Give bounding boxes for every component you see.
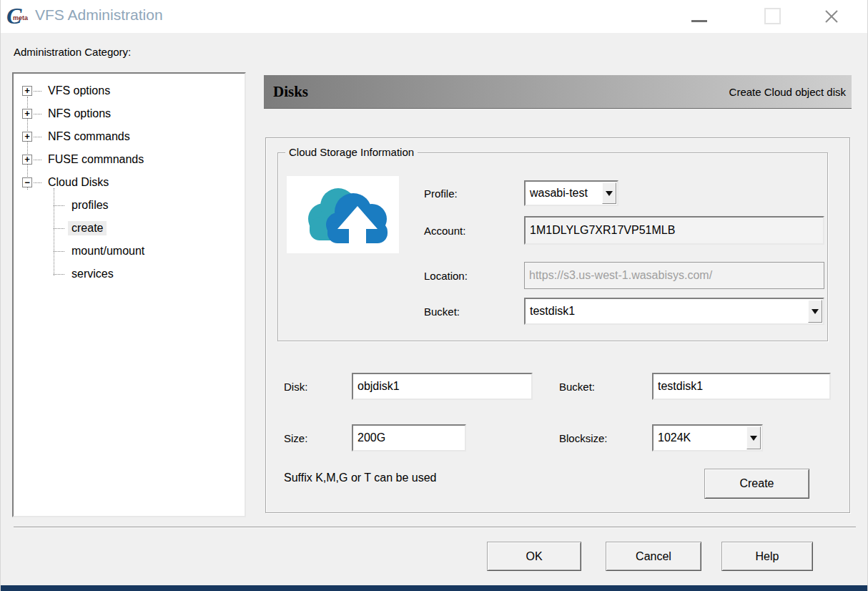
expand-icon[interactable]: + bbox=[22, 132, 32, 142]
bucket-select-value: testdisk1 bbox=[526, 305, 807, 318]
cancel-button[interactable]: Cancel bbox=[606, 542, 701, 571]
suffix-hint: Suffix K,M,G or T can be used bbox=[284, 472, 436, 484]
tree-connector bbox=[34, 160, 41, 160]
cloud-upload-icon bbox=[287, 176, 399, 253]
size-label: Size: bbox=[284, 424, 307, 451]
tree-item-label: create bbox=[68, 221, 107, 235]
tree-children: profilescreatemount/umountservices bbox=[14, 194, 245, 285]
account-label: Account: bbox=[424, 216, 465, 245]
group-title: Cloud Storage Information bbox=[285, 146, 418, 158]
window-title: VFS Administration bbox=[35, 6, 163, 24]
disks-frame: Cloud Storage Information bbox=[265, 137, 850, 513]
cloud-storage-information-group: Cloud Storage Information bbox=[277, 152, 828, 341]
footer-separator bbox=[14, 527, 856, 528]
account-field[interactable] bbox=[524, 216, 824, 245]
tree-item-cloud-disks[interactable]: −Cloud Disks bbox=[14, 171, 245, 194]
tree-item-label: Cloud Disks bbox=[44, 175, 112, 190]
location-label: Location: bbox=[424, 262, 468, 289]
minimize-button[interactable] bbox=[687, 6, 711, 27]
panel-header: Disks Create Cloud object disk bbox=[264, 75, 852, 109]
profile-select[interactable]: wasabi-test bbox=[524, 180, 618, 206]
tree-connector bbox=[34, 182, 41, 183]
blocksize-value: 1024K bbox=[654, 431, 746, 444]
titlebar: C meta VFS Administration bbox=[1, 0, 867, 33]
dropdown-arrow-icon[interactable] bbox=[602, 182, 616, 204]
tree-connector bbox=[34, 91, 41, 92]
ok-button[interactable]: OK bbox=[487, 542, 581, 571]
tree-connector bbox=[34, 137, 41, 137]
tree-item-label: services bbox=[68, 267, 117, 281]
tree-connector bbox=[54, 205, 64, 206]
size-input[interactable] bbox=[352, 424, 466, 451]
tree-item-fuse-commnands[interactable]: +FUSE commnands bbox=[14, 148, 245, 171]
panel-title: Disks bbox=[264, 83, 308, 101]
bucket-input[interactable] bbox=[652, 373, 831, 400]
tree-item-create[interactable]: create bbox=[14, 217, 245, 240]
tree-item-mount-umount[interactable]: mount/umount bbox=[14, 240, 245, 263]
tree-item-vfs-options[interactable]: +VFS options bbox=[14, 79, 245, 102]
tree-item-label: NFS commands bbox=[44, 130, 134, 144]
tree-item-label: VFS options bbox=[44, 84, 114, 98]
maximize-button[interactable] bbox=[764, 8, 781, 24]
tree-item-label: NFS options bbox=[44, 107, 114, 121]
collapse-icon[interactable]: − bbox=[22, 177, 32, 187]
bucket-input-label: Bucket: bbox=[559, 373, 595, 400]
tree-item-services[interactable]: services bbox=[14, 263, 245, 285]
tree-connector bbox=[54, 251, 64, 252]
logo-subtext: meta bbox=[13, 14, 28, 21]
window-bottom-border bbox=[1, 585, 867, 591]
tree-item-profiles[interactable]: profiles bbox=[14, 194, 245, 217]
bucket-select[interactable]: testdisk1 bbox=[524, 298, 824, 325]
app-logo-icon: C meta bbox=[6, 3, 34, 30]
disk-label: Disk: bbox=[284, 373, 307, 400]
blocksize-label: Blocksize: bbox=[559, 424, 608, 451]
tree-connector bbox=[54, 274, 64, 275]
disk-input[interactable] bbox=[352, 373, 533, 400]
tree-item-nfs-commands[interactable]: +NFS commands bbox=[14, 125, 245, 148]
panel-subtitle: Create Cloud object disk bbox=[729, 86, 852, 98]
tree-item-label: profiles bbox=[68, 198, 112, 213]
tree-item-label: FUSE commnands bbox=[44, 152, 147, 167]
expand-icon[interactable]: + bbox=[22, 109, 32, 119]
administration-category-label: Administration Category: bbox=[14, 46, 131, 58]
category-tree[interactable]: +VFS options+NFS options+NFS commands+FU… bbox=[12, 72, 246, 517]
tree-connector bbox=[54, 228, 64, 229]
category-tree-body: +VFS options+NFS options+NFS commands+FU… bbox=[14, 79, 245, 285]
minimize-icon bbox=[691, 20, 707, 22]
help-button[interactable]: Help bbox=[721, 542, 813, 571]
profile-label: Profile: bbox=[424, 180, 458, 206]
location-field[interactable] bbox=[524, 262, 824, 289]
dropdown-arrow-icon[interactable] bbox=[746, 426, 761, 449]
vfs-administration-window: C meta VFS Administration Administration… bbox=[0, 0, 868, 591]
close-icon bbox=[823, 8, 840, 25]
create-button[interactable]: Create bbox=[704, 469, 809, 499]
profile-value: wasabi-test bbox=[526, 187, 601, 200]
tree-connector bbox=[34, 114, 41, 114]
expand-icon[interactable]: + bbox=[22, 155, 32, 165]
tree-item-label: mount/umount bbox=[68, 244, 148, 258]
blocksize-select[interactable]: 1024K bbox=[652, 424, 763, 451]
dropdown-arrow-icon[interactable] bbox=[808, 300, 822, 323]
close-button[interactable] bbox=[820, 6, 843, 27]
tree-item-nfs-options[interactable]: +NFS options bbox=[14, 102, 245, 125]
bucket-select-label: Bucket: bbox=[424, 298, 460, 325]
expand-icon[interactable]: + bbox=[22, 86, 32, 96]
